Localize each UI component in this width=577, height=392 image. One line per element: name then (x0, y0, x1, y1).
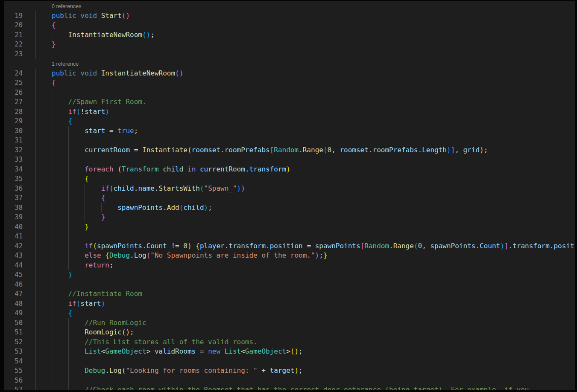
code-text: Debug.Log("Looking for rooms containing:… (19, 366, 575, 376)
code-text: { (19, 193, 575, 203)
code-editor[interactable]: 0 references19 public void Start()20 {21… (4, 1, 575, 390)
indent-guide (35, 241, 36, 251)
line-number: 24 (4, 69, 23, 78)
code-line[interactable]: 43 else {Debug.Log("No Spawnpoints are i… (4, 251, 575, 261)
indent-guide (52, 145, 52, 155)
code-text: public void InstantiateNewRoom() (19, 69, 575, 78)
code-line[interactable]: 47 //Instantiate Room (4, 289, 575, 299)
indent-guide (52, 222, 52, 232)
editor-window: { "app": { "kind": "code-editor", "langu… (0, 0, 577, 392)
code-line[interactable]: 31 (4, 136, 575, 145)
code-line[interactable]: 24 public void InstantiateNewRoom() (4, 69, 575, 78)
code-line[interactable]: 44 return; (4, 261, 575, 270)
indent-guide (35, 116, 36, 126)
indent-guide (35, 11, 36, 21)
indent-guide (35, 261, 36, 270)
codelens-references[interactable]: 0 references (4, 1, 575, 11)
indent-guide (68, 212, 69, 222)
indent-guide (52, 318, 52, 328)
code-line[interactable]: 45 } (4, 270, 575, 280)
code-text: if(start) (19, 299, 575, 309)
indent-guide (35, 155, 36, 165)
code-text: } (19, 222, 575, 232)
line-number: 19 (4, 11, 23, 21)
code-text: RoomLogic(); (19, 328, 575, 337)
indent-guide (35, 88, 36, 98)
code-line[interactable]: 53 List<GameObject> validRooms = new Lis… (4, 347, 575, 357)
indent-guide (68, 241, 69, 251)
indent-guide (52, 337, 52, 347)
code-line[interactable]: 42 if(spawnPoints.Count != 0) {player.tr… (4, 241, 575, 251)
code-line[interactable]: 57 //Check each room within the Roomset … (4, 385, 575, 390)
line-number: 27 (4, 97, 23, 107)
code-line[interactable]: 30 start = true; (4, 126, 575, 136)
indent-guide (35, 385, 36, 390)
indent-guide (52, 193, 52, 203)
indent-guide (35, 165, 36, 174)
indent-guide (68, 251, 69, 261)
code-line[interactable]: 23 (4, 49, 575, 59)
codelens-label[interactable]: 1 reference (52, 59, 79, 69)
code-line[interactable]: 19 public void Start() (4, 11, 575, 21)
indent-guide (35, 308, 36, 318)
line-number: 22 (4, 40, 23, 49)
indent-guide (52, 261, 52, 270)
code-line[interactable]: 55 Debug.Log("Looking for rooms containi… (4, 366, 575, 376)
code-text: if(!start) (19, 107, 575, 117)
indent-guide (35, 289, 36, 299)
code-text: //Check each room within the Roomset tha… (19, 385, 575, 390)
code-line[interactable]: 50 //Run RoomLogic (4, 318, 575, 328)
code-line[interactable]: 32 currentRoom = Instantiate(roomset.roo… (4, 145, 575, 155)
code-line[interactable]: 25 { (4, 78, 575, 88)
indent-guide (68, 126, 69, 136)
indent-guide (35, 174, 36, 184)
code-line[interactable]: 56 (4, 376, 575, 386)
code-line[interactable]: 52 //This List stores all of the valid r… (4, 337, 575, 347)
indent-guide (68, 318, 69, 328)
code-line[interactable]: 22 } (4, 40, 575, 49)
indent-guide (52, 251, 52, 261)
code-line[interactable]: 21 InstantiateNewRoom(); (4, 30, 575, 40)
indent-guide (52, 184, 52, 194)
line-number: 45 (4, 270, 23, 280)
line-number: 20 (4, 20, 23, 30)
code-line[interactable]: 49 { (4, 308, 575, 318)
code-line[interactable]: 29 { (4, 116, 575, 126)
code-area: 0 references19 public void Start()20 {21… (4, 1, 575, 390)
indent-guide (68, 232, 69, 241)
indent-guide (85, 203, 85, 213)
indent-guide (52, 232, 52, 241)
line-number: 39 (4, 212, 23, 222)
indent-guide (52, 165, 52, 174)
line-number: 31 (4, 136, 23, 145)
code-line[interactable]: 41 (4, 232, 575, 241)
code-text: { (19, 78, 575, 88)
code-line[interactable]: 34 foreach (Transform child in currentRo… (4, 165, 575, 174)
indent-guide (35, 97, 36, 107)
code-line[interactable]: 27 //Spawn First Room. (4, 97, 575, 107)
line-number: 54 (4, 357, 23, 366)
code-line[interactable]: 46 (4, 280, 575, 290)
line-number: 43 (4, 251, 23, 261)
codelens-label[interactable]: 0 references (52, 2, 81, 12)
code-line[interactable]: 51 RoomLogic(); (4, 328, 575, 337)
code-line[interactable]: 37 { (4, 193, 575, 203)
code-line[interactable]: 33 (4, 155, 575, 165)
code-line[interactable]: 35 { (4, 174, 575, 184)
code-line[interactable]: 28 if(!start) (4, 107, 575, 117)
code-line[interactable]: 20 { (4, 20, 575, 30)
code-line[interactable]: 36 if(child.name.StartsWith("Spawn_")) (4, 184, 575, 194)
codelens-references[interactable]: 1 reference (4, 59, 575, 69)
code-line[interactable]: 38 spawnPoints.Add(child); (4, 203, 575, 213)
code-line[interactable]: 48 if(start) (4, 299, 575, 309)
code-line[interactable]: 40 } (4, 222, 575, 232)
code-line[interactable]: 39 } (4, 212, 575, 222)
code-line[interactable]: 54 (4, 357, 575, 366)
code-line[interactable]: 26 (4, 88, 575, 98)
line-number: 55 (4, 366, 23, 376)
line-number: 49 (4, 308, 23, 318)
line-number: 35 (4, 174, 23, 184)
indent-guide (35, 318, 36, 328)
indent-guide (52, 357, 52, 366)
line-number: 30 (4, 126, 23, 136)
